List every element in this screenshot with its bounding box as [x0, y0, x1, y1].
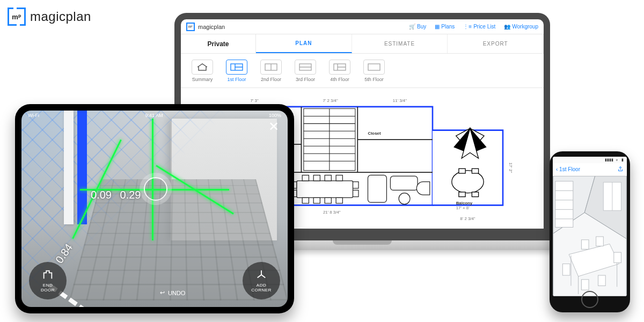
header-link-label: Plans: [441, 24, 455, 30]
phone-status-bar: ▮▮▮▮ ᯤ ▮: [553, 157, 627, 163]
floor-label: Summary: [192, 77, 213, 82]
floor-label: 3rd Floor: [296, 77, 315, 82]
svg-rect-41: [459, 192, 465, 197]
svg-rect-40: [472, 169, 478, 173]
undo-icon: ↩: [160, 289, 165, 296]
back-button[interactable]: ‹ 1st Floor: [556, 166, 580, 172]
floor-label: 5th Floor: [364, 77, 384, 82]
svg-rect-28: [302, 197, 309, 203]
svg-rect-42: [472, 192, 478, 197]
svg-point-38: [452, 171, 484, 193]
tab-plan[interactable]: PLAN: [256, 34, 352, 53]
svg-text:17' 2": 17' 2": [508, 163, 513, 173]
svg-rect-19: [297, 181, 353, 197]
header-link-pricelist[interactable]: ⋮≡ Price List: [463, 24, 495, 30]
tabs-row: Private PLAN ESTIMATE EXPORT: [181, 34, 544, 54]
svg-text:17' × 8': 17' × 8': [456, 206, 470, 210]
floor-1[interactable]: 1st Floor: [223, 60, 251, 82]
header-link-label: Workgroup: [512, 24, 538, 30]
floor-5[interactable]: 5th Floor: [360, 60, 388, 82]
tablet-device: 0.09 0.29 0.84 Wi-Fi 9:41 AM 100% ✕ END …: [15, 104, 294, 313]
phone-device: ▮▮▮▮ ᯤ ▮ ‹ 1st Floor: [550, 151, 630, 312]
room-3d-render: [553, 176, 627, 296]
floor-summary[interactable]: Summary: [188, 60, 216, 82]
svg-rect-33: [390, 176, 418, 190]
button-label: ADD CORNER: [251, 283, 272, 292]
svg-rect-30: [325, 197, 331, 203]
svg-rect-62: [555, 181, 573, 228]
floor-3[interactable]: 3rd Floor: [291, 60, 319, 82]
phone-screen: ▮▮▮▮ ᯤ ▮ ‹ 1st Floor: [553, 157, 627, 296]
floor-4[interactable]: 4th Floor: [326, 60, 354, 82]
end-door-button[interactable]: END DOOR: [29, 262, 67, 299]
svg-rect-25: [313, 175, 320, 180]
tab-estimate[interactable]: ESTIMATE: [352, 34, 448, 53]
svg-rect-39: [459, 169, 465, 173]
floor-selector: Summary 1st Floor 2nd Floor 3rd Floor 4t…: [181, 54, 544, 88]
share-button[interactable]: [617, 166, 624, 173]
svg-rect-78: [596, 237, 604, 246]
svg-rect-32: [368, 175, 386, 202]
floor-label: 2nd Floor: [261, 77, 281, 82]
header-link-label: Buy: [417, 24, 426, 30]
brand-logo: mᵖ magicplan: [8, 8, 91, 26]
svg-text:Closet: Closet: [368, 131, 380, 136]
brand-mark-icon: mᵖ: [8, 8, 26, 26]
header-link-buy[interactable]: 🛒 Buy: [409, 24, 426, 30]
corner-icon: [255, 269, 267, 281]
svg-text:7' 2 3/4": 7' 2 3/4": [323, 98, 338, 103]
project-scope-label[interactable]: Private: [181, 34, 256, 53]
button-label: UNDO: [168, 290, 185, 296]
svg-rect-4: [368, 64, 380, 70]
brand-name: magicplan: [30, 9, 91, 24]
svg-point-34: [399, 193, 410, 204]
status-time: 9:41 AM: [145, 113, 163, 118]
phone-3d-view[interactable]: [553, 176, 627, 296]
svg-rect-26: [325, 175, 331, 180]
svg-rect-73: [562, 264, 570, 275]
status-battery: 100%: [269, 113, 281, 118]
svg-text:11' 3/4": 11' 3/4": [393, 98, 407, 103]
measure-value-2: 0.29: [120, 189, 141, 201]
svg-rect-31: [336, 197, 342, 203]
button-label: END DOOR: [41, 283, 55, 292]
tablet-status-bar: Wi-Fi 9:41 AM 100%: [21, 111, 288, 120]
svg-rect-27: [336, 175, 342, 180]
floor-label: 1st Floor: [227, 77, 246, 82]
wifi-icon: ᯤ: [616, 158, 619, 162]
svg-rect-29: [313, 197, 320, 203]
app-logo-icon: mᵖ: [186, 23, 195, 31]
svg-rect-75: [581, 280, 589, 290]
svg-text:21' 8 3/4": 21' 8 3/4": [323, 210, 341, 215]
phone-nav-bar: ‹ 1st Floor: [553, 163, 627, 176]
svg-text:7' 3": 7' 3": [251, 98, 259, 103]
svg-rect-77: [581, 240, 589, 250]
back-label: 1st Floor: [559, 166, 580, 172]
header-link-label: Price List: [473, 24, 495, 30]
signal-icon: ▮▮▮▮: [605, 158, 613, 162]
app-header: mᵖ magicplan 🛒 Buy ▦ Plans ⋮≡ Price List…: [181, 19, 544, 34]
plans-icon: ▦: [435, 24, 440, 30]
svg-rect-76: [598, 275, 606, 286]
svg-text:Balcony: Balcony: [456, 201, 473, 206]
door-icon: [42, 269, 54, 281]
group-icon: 👥: [504, 24, 510, 30]
svg-rect-22: [353, 182, 358, 188]
svg-rect-23: [353, 190, 358, 196]
close-button[interactable]: ✕: [268, 119, 279, 134]
floor-2[interactable]: 2nd Floor: [257, 60, 285, 82]
measure-value-1: 0.09: [91, 189, 112, 201]
ar-capture-screen[interactable]: 0.09 0.29 0.84 Wi-Fi 9:41 AM 100% ✕ END …: [21, 111, 288, 307]
share-icon: [617, 166, 624, 172]
battery-icon: ▮: [621, 158, 624, 162]
header-link-workgroup[interactable]: 👥 Workgroup: [504, 24, 538, 30]
status-network: Wi-Fi: [28, 113, 39, 118]
price-icon: ⋮≡: [463, 24, 472, 30]
svg-rect-74: [614, 252, 621, 262]
undo-button[interactable]: ↩ UNDO: [160, 289, 185, 296]
add-corner-button[interactable]: ADD CORNER: [243, 262, 280, 299]
header-link-plans[interactable]: ▦ Plans: [435, 24, 455, 30]
wall-edge: [64, 111, 74, 224]
svg-rect-24: [302, 175, 309, 180]
tab-export[interactable]: EXPORT: [448, 34, 544, 53]
